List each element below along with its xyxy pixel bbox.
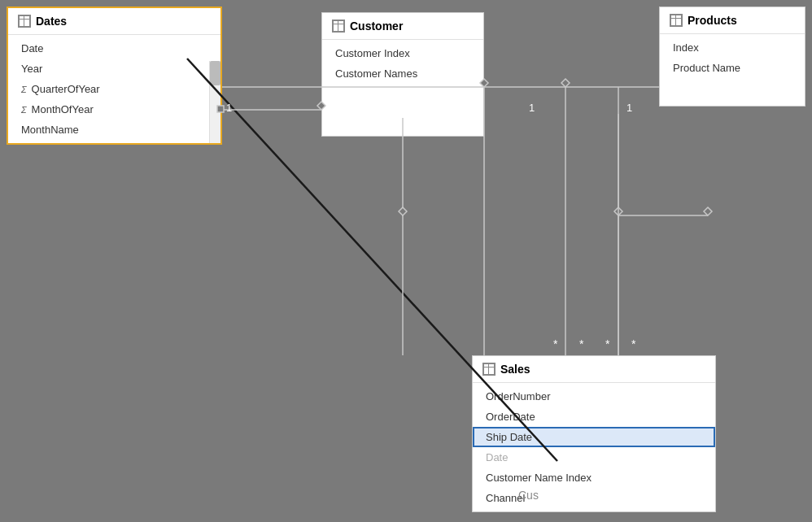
customer-table[interactable]: Customer Customer Index Customer Names bbox=[321, 12, 484, 137]
table-row[interactable]: Date bbox=[473, 447, 715, 468]
products-table[interactable]: Products Index Product Name bbox=[659, 7, 805, 107]
products-table-header: Products bbox=[660, 7, 805, 34]
sales-title: Sales bbox=[500, 363, 530, 376]
field-shipdate: Ship Date bbox=[486, 431, 532, 443]
table-row[interactable]: MonthName bbox=[8, 120, 220, 140]
field-date: Date bbox=[21, 42, 43, 54]
table-row[interactable]: Year bbox=[8, 59, 220, 79]
label-1-customer-right: 1 bbox=[626, 102, 632, 114]
scroll-thumb[interactable] bbox=[210, 61, 220, 85]
sales-table-body: OrderNumber OrderDate Ship Date Date Cus… bbox=[473, 383, 715, 511]
sales-table[interactable]: Sales OrderNumber OrderDate Ship Date Da… bbox=[472, 355, 716, 512]
customer-title: Customer bbox=[350, 20, 403, 33]
field-customer-names: Customer Names bbox=[335, 67, 417, 80]
star-label-1: * bbox=[553, 337, 557, 350]
field-quarterofyear: QuarterOfYear bbox=[32, 83, 100, 95]
label-1-customer-left: 1 bbox=[529, 102, 535, 114]
table-row[interactable]: Index bbox=[660, 37, 805, 58]
sigma-icon: Σ bbox=[21, 85, 27, 94]
table-icon-dates bbox=[18, 15, 31, 28]
field-orderdate: OrderDate bbox=[486, 411, 535, 423]
partial-cus-text: Cus bbox=[518, 489, 539, 502]
svg-marker-5 bbox=[399, 207, 407, 215]
products-title: Products bbox=[688, 14, 737, 27]
table-icon-products bbox=[670, 14, 683, 27]
dates-table-body: Date Year Σ QuarterOfYear Σ MonthOfYear … bbox=[8, 35, 220, 143]
field-monthofyear: MonthOfYear bbox=[32, 103, 94, 115]
table-row[interactable]: Date bbox=[8, 38, 220, 59]
svg-marker-7 bbox=[614, 207, 622, 215]
table-row[interactable]: Σ MonthOfYear bbox=[8, 99, 220, 120]
table-icon-sales bbox=[482, 363, 495, 376]
products-table-body: Index Product Name bbox=[660, 34, 805, 106]
field-index: Index bbox=[673, 41, 699, 54]
table-row[interactable]: Product Name bbox=[660, 58, 805, 78]
field-monthname: MonthName bbox=[21, 124, 79, 136]
sigma-icon: Σ bbox=[21, 105, 27, 115]
field-customer-name-index: Customer Name Index bbox=[486, 472, 592, 484]
table-row[interactable]: Customer Name Index bbox=[473, 468, 715, 488]
table-row[interactable]: Customer Names bbox=[322, 63, 483, 84]
field-product-name: Product Name bbox=[673, 62, 740, 74]
customer-table-header: Customer bbox=[322, 13, 483, 40]
field-customer-index: Customer Index bbox=[335, 47, 410, 59]
star-label-4: * bbox=[631, 337, 635, 350]
dates-title: Dates bbox=[36, 15, 67, 28]
dates-table[interactable]: Dates Date Year Σ QuarterOfYear Σ MonthO… bbox=[7, 7, 222, 145]
label-1-dates: 1 bbox=[226, 102, 232, 114]
field-year: Year bbox=[21, 63, 42, 75]
star-label-2: * bbox=[579, 337, 583, 350]
table-row-highlighted[interactable]: Ship Date bbox=[473, 427, 715, 447]
table-row[interactable]: OrderNumber bbox=[473, 386, 715, 407]
table-row[interactable]: OrderDate bbox=[473, 407, 715, 427]
svg-marker-15 bbox=[561, 79, 570, 87]
field-date: Date bbox=[486, 451, 508, 463]
dates-table-header: Dates bbox=[8, 8, 220, 35]
customer-table-body: Customer Index Customer Names bbox=[322, 40, 483, 136]
sales-table-header: Sales bbox=[473, 356, 715, 383]
field-ordernumber: OrderNumber bbox=[486, 390, 550, 402]
star-label-3: * bbox=[605, 337, 609, 350]
svg-marker-9 bbox=[704, 207, 712, 215]
table-row[interactable]: Σ QuarterOfYear bbox=[8, 79, 220, 99]
scrollbar[interactable] bbox=[209, 61, 220, 143]
table-icon-customer bbox=[332, 20, 345, 33]
table-row[interactable]: Channel bbox=[473, 488, 715, 508]
table-row[interactable]: Customer Index bbox=[322, 43, 483, 63]
